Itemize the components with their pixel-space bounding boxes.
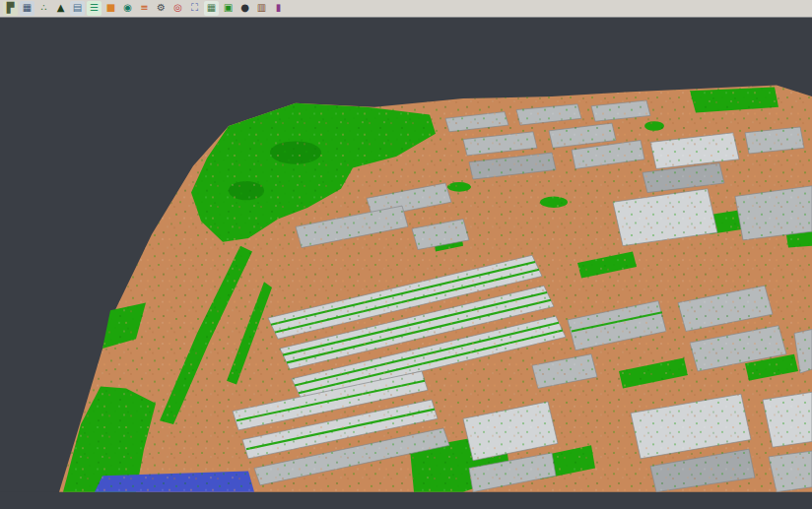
contour-lines-icon[interactable]: ≡ [137, 1, 152, 16]
globe-icon[interactable]: ◉ [120, 1, 135, 16]
dem-icon[interactable]: ■ [103, 1, 118, 16]
sphere-view-icon[interactable]: ● [237, 1, 252, 16]
open-project-icon[interactable]: ▛ [3, 1, 18, 16]
toolbar: ▛▦∴▲▤☰■◉≡⚙◎⛶▦▣●▥▮ [0, 0, 812, 18]
crop-region-icon[interactable]: ⛶ [187, 1, 202, 16]
import-cloud-icon[interactable]: ∴ [36, 1, 51, 16]
record-view-icon[interactable]: ◎ [170, 1, 185, 16]
viewport-3d[interactable] [0, 18, 812, 509]
save-icon[interactable]: ▦ [20, 1, 34, 16]
histogram-icon[interactable]: ▮ [271, 1, 286, 16]
settings-gear-icon[interactable]: ⚙ [154, 1, 169, 16]
terrain-icon[interactable]: ▲ [53, 1, 68, 16]
mesh-layers-icon[interactable]: ☰ [87, 1, 102, 16]
texture-icon[interactable]: ▥ [254, 1, 269, 16]
scene-3d-view[interactable] [0, 18, 812, 509]
application-window: ▛▦∴▲▤☰■◉≡⚙◎⛶▦▣●▥▮ [0, 0, 812, 509]
ortho-photo-icon[interactable]: ▤ [70, 1, 85, 16]
classify-points-icon[interactable]: ▣ [221, 1, 236, 16]
grid-view-icon[interactable]: ▦ [204, 1, 219, 16]
